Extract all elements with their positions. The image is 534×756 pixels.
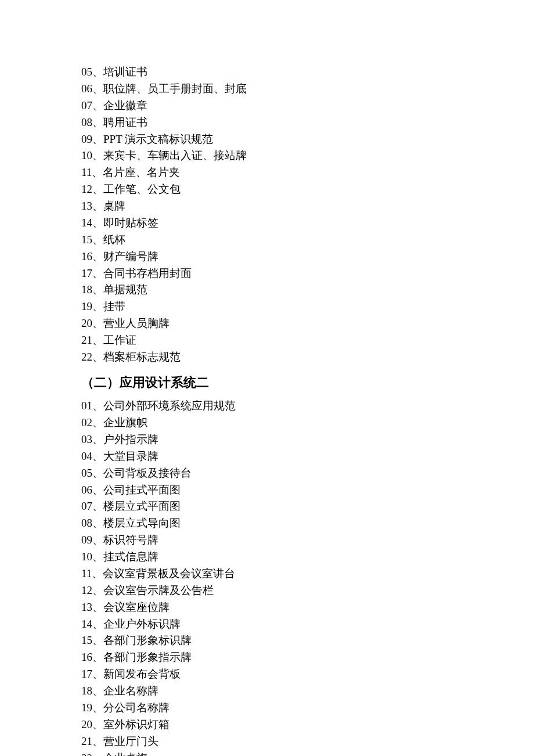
list-item: 22、档案柜标志规范 — [81, 349, 534, 366]
list-item: 12、工作笔、公文包 — [81, 181, 534, 198]
list-item: 04、大堂目录牌 — [81, 448, 534, 465]
list-item: 11、名片座、名片夹 — [81, 164, 534, 181]
list-item: 02、企业旗帜 — [81, 415, 534, 431]
list-item: 05、公司背板及接待台 — [81, 465, 534, 482]
list-item: 12、会议室告示牌及公告栏 — [81, 582, 534, 599]
list-item: 07、企业徽章 — [81, 98, 534, 114]
list-item: 17、新闻发布会背板 — [81, 666, 534, 683]
list-item: 15、纸杯 — [81, 232, 534, 249]
list-item: 21、工作证 — [81, 332, 534, 349]
list-item: 06、公司挂式平面图 — [81, 482, 534, 499]
list-item: 09、PPT 演示文稿标识规范 — [81, 131, 534, 148]
list-item: 22、企业桌旗 — [81, 750, 534, 756]
list-item: 10、挂式信息牌 — [81, 549, 534, 566]
section-1-list: 05、培训证书 06、职位牌、员工手册封面、封底 07、企业徽章 08、聘用证书… — [81, 64, 534, 366]
list-item: 10、来宾卡、车辆出入证、接站牌 — [81, 147, 534, 164]
list-item: 19、分公司名称牌 — [81, 700, 534, 717]
list-item: 16、各部门形象指示牌 — [81, 649, 534, 666]
list-item: 18、单据规范 — [81, 282, 534, 298]
list-item: 05、培训证书 — [81, 64, 534, 81]
list-item: 14、企业户外标识牌 — [81, 616, 534, 633]
list-item: 08、楼层立式导向图 — [81, 515, 534, 532]
list-item: 16、财产编号牌 — [81, 249, 534, 265]
list-item: 09、标识符号牌 — [81, 532, 534, 549]
list-item: 01、公司外部环境系统应用规范 — [81, 398, 534, 415]
section-2-heading: （二）应用设计系统二 — [81, 373, 534, 392]
list-item: 20、室外标识灯箱 — [81, 717, 534, 733]
list-item: 18、企业名称牌 — [81, 683, 534, 700]
list-item: 13、桌牌 — [81, 198, 534, 215]
list-item: 19、挂带 — [81, 298, 534, 315]
list-item: 06、职位牌、员工手册封面、封底 — [81, 81, 534, 98]
list-item: 03、户外指示牌 — [81, 431, 534, 448]
list-item: 07、楼层立式平面图 — [81, 498, 534, 515]
list-item: 21、营业厅门头 — [81, 733, 534, 750]
list-item: 15、各部门形象标识牌 — [81, 632, 534, 649]
list-item: 20、营业人员胸牌 — [81, 315, 534, 332]
document-page: 05、培训证书 06、职位牌、员工手册封面、封底 07、企业徽章 08、聘用证书… — [81, 64, 534, 756]
list-item: 14、即时贴标签 — [81, 215, 534, 232]
list-item: 13、会议室座位牌 — [81, 599, 534, 616]
list-item: 08、聘用证书 — [81, 114, 534, 131]
list-item: 17、合同书存档用封面 — [81, 265, 534, 282]
section-2-list: 01、公司外部环境系统应用规范 02、企业旗帜 03、户外指示牌 04、大堂目录… — [81, 398, 534, 756]
list-item: 11、会议室背景板及会议室讲台 — [81, 566, 534, 582]
